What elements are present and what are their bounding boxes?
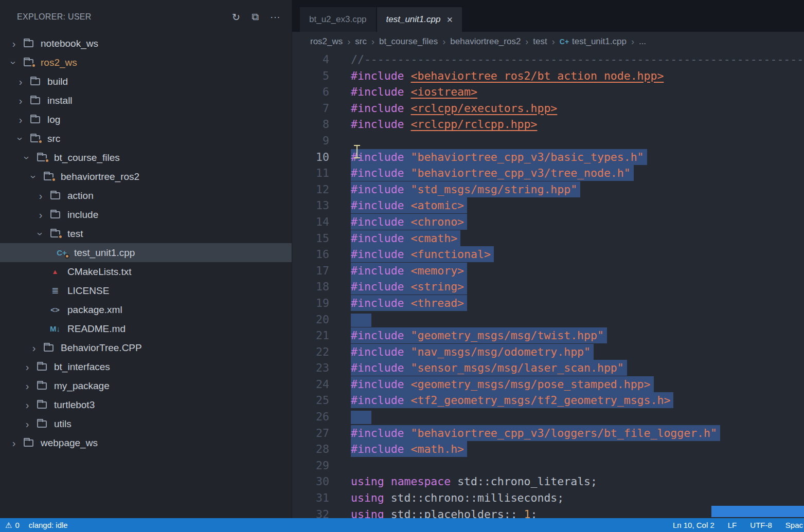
tree-item-LICENSE[interactable]: ≣LICENSE — [0, 281, 292, 300]
tree-item-CMakeLists.txt[interactable]: ▲CMakeLists.txt — [0, 262, 292, 281]
tree-item-label: src — [47, 133, 60, 144]
code-line-11[interactable]: 11#include "behaviortree_cpp_v3/tree_nod… — [292, 165, 804, 181]
breadcrumb-label: test_unit1.cpp — [572, 36, 627, 47]
line-number: 16 — [292, 246, 329, 263]
tree-item-webpage_ws[interactable]: ›webpage_ws — [0, 433, 292, 452]
code-line-26[interactable]: 26 — [292, 409, 804, 425]
tree-item-bt_course_files[interactable]: ›bt_course_files — [0, 148, 292, 167]
code-line-13[interactable]: 13#include <atomic> — [292, 197, 804, 214]
tab-test_unit1.cpp[interactable]: test_unit1.cpp× — [377, 7, 462, 32]
status-clangd-status[interactable]: clangd: idle — [29, 521, 68, 529]
code-line-28[interactable]: 28#include <math.h> — [292, 441, 804, 457]
status-encoding-indicator[interactable]: UTF-8 — [750, 521, 772, 529]
refresh-icon[interactable]: ↻ — [232, 11, 240, 23]
split-editor-icon[interactable]: ⧉ — [252, 11, 259, 23]
folder-icon — [27, 135, 43, 142]
code-line-15[interactable]: 15#include <cmath> — [292, 230, 804, 247]
chevron-right-icon: › — [14, 115, 27, 125]
modified-badge — [31, 63, 36, 68]
chevron-separator-icon: › — [371, 36, 374, 47]
code-line-4[interactable]: 4//-------------------------------------… — [292, 51, 804, 68]
code-line-19[interactable]: 19#include <thread> — [292, 295, 804, 311]
status-indentation-indicator[interactable]: Spac — [785, 521, 803, 529]
code-line-9[interactable]: 9 — [292, 133, 804, 149]
explorer-toolbar: ↻⧉··· — [232, 11, 280, 23]
line-number: 5 — [292, 68, 329, 84]
chevron-down-icon: › — [29, 170, 39, 184]
code-line-8[interactable]: 8#include <rclcpp/rclcpp.hpp> — [292, 116, 804, 133]
tree-item-src[interactable]: ›src — [0, 129, 292, 148]
tree-item-README.md[interactable]: M↓README.md — [0, 319, 292, 338]
tree-item-ros2_ws[interactable]: ›ros2_ws — [0, 53, 292, 72]
code-editor[interactable]: 4//-------------------------------------… — [292, 51, 804, 518]
code-line-14[interactable]: 14#include <chrono> — [292, 214, 804, 230]
tree-item-notebook_ws[interactable]: ›notebook_ws — [0, 34, 292, 53]
status-text: LF — [728, 521, 737, 529]
line-number: 14 — [292, 214, 329, 230]
breadcrumb-item-test_unit1.cpp[interactable]: C+test_unit1.cpp — [560, 36, 627, 47]
status-cursor-position[interactable]: Ln 10, Col 2 — [673, 521, 714, 529]
code-line-17[interactable]: 17#include <memory> — [292, 263, 804, 279]
modified-badge — [51, 177, 56, 182]
chevron-right-icon: › — [14, 96, 27, 106]
tree-item-behaviortree_ros2[interactable]: ›behaviortree_ros2 — [0, 167, 292, 186]
tree-item-label: behaviortree_ros2 — [61, 171, 139, 182]
breadcrumb-item-test[interactable]: test — [533, 36, 547, 47]
tree-item-label: README.md — [67, 323, 126, 335]
tree-item-label: action — [67, 190, 94, 201]
tree-item-include[interactable]: ›include — [0, 205, 292, 224]
tree-item-log[interactable]: ›log — [0, 110, 292, 129]
tree-item-label: bt_interfaces — [54, 361, 110, 373]
tree-item-install[interactable]: ›install — [0, 91, 292, 110]
status-problems[interactable]: ⚠0 — [5, 521, 20, 530]
tree-item-test[interactable]: ›test — [0, 224, 292, 243]
folder-icon — [21, 439, 36, 447]
tree-item-my_package[interactable]: ›my_package — [0, 376, 292, 395]
code-line-29[interactable]: 29 — [292, 457, 804, 474]
tab-bt_u2_ex3.cpp[interactable]: bt_u2_ex3.cpp — [300, 7, 376, 32]
code-line-7[interactable]: 7#include <rclcpp/executors.hpp> — [292, 100, 804, 117]
selection-highlight: #include "behaviortree_cpp_v3/loggers/bt… — [351, 425, 720, 441]
breadcrumb-item-bt_course_files[interactable]: bt_course_files — [379, 36, 438, 47]
code-line-25[interactable]: 25#include <tf2_geometry_msgs/tf2_geomet… — [292, 392, 804, 409]
horizontal-scrollbar-thumb[interactable] — [711, 506, 804, 517]
code-line-5[interactable]: 5#include <behaviortree_ros2/bt_action_n… — [292, 68, 804, 84]
tree-item-test_unit1.cpp[interactable]: C+test_unit1.cpp — [0, 243, 292, 262]
code-line-23[interactable]: 23#include "sensor_msgs/msg/laser_scan.h… — [292, 360, 804, 376]
code-line-10[interactable]: 10#include "behaviortree_cpp_v3/basic_ty… — [292, 149, 804, 166]
line-number: 18 — [292, 279, 329, 295]
tree-item-label: build — [47, 76, 68, 87]
modified-badge — [58, 234, 63, 239]
chevron-right-icon: › — [21, 381, 34, 391]
tree-item-package.xml[interactable]: <>package.xml — [0, 300, 292, 319]
breadcrumb-item-ros2_ws[interactable]: ros2_ws — [310, 36, 343, 47]
tree-item-utils[interactable]: ›utils — [0, 414, 292, 433]
code-line-30[interactable]: 30using namespace std::chrono_literals; — [292, 473, 804, 490]
code-line-6[interactable]: 6#include <iostream> — [292, 84, 804, 100]
tree-item-label: LICENSE — [67, 285, 109, 297]
tree-item-turtlebot3[interactable]: ›turtlebot3 — [0, 395, 292, 414]
code-line-18[interactable]: 18#include <string> — [292, 279, 804, 295]
code-line-21[interactable]: 21#include "geometry_msgs/msg/twist.hpp" — [292, 327, 804, 344]
more-actions-icon[interactable]: ··· — [270, 11, 280, 23]
code-line-31[interactable]: 31using std::chrono::milliseconds; — [292, 490, 804, 506]
code-line-12[interactable]: 12#include "std_msgs/msg/string.hpp" — [292, 181, 804, 198]
folder-icon — [21, 40, 36, 47]
status-text: 0 — [15, 521, 19, 529]
breadcrumb-item-behaviortree_ros2[interactable]: behaviortree_ros2 — [450, 36, 521, 47]
tree-item-action[interactable]: ›action — [0, 186, 292, 205]
code-line-16[interactable]: 16#include <functional> — [292, 246, 804, 263]
breadcrumb-item-...[interactable]: ... — [639, 36, 646, 47]
code-line-22[interactable]: 22#include "nav_msgs/msg/odometry.hpp" — [292, 344, 804, 360]
tree-item-bt_interfaces[interactable]: ›bt_interfaces — [0, 357, 292, 376]
tree-item-build[interactable]: ›build — [0, 72, 292, 91]
breadcrumb: ros2_ws›src›bt_course_files›behaviortree… — [292, 32, 804, 51]
tree-item-BehaviorTree.CPP[interactable]: ›BehaviorTree.CPP — [0, 338, 292, 357]
selection-highlight: #include <string> — [351, 279, 467, 295]
code-line-24[interactable]: 24#include <geometry_msgs/msg/pose_stamp… — [292, 376, 804, 393]
status-eol-indicator[interactable]: LF — [728, 521, 737, 529]
code-line-27[interactable]: 27#include "behaviortree_cpp_v3/loggers/… — [292, 425, 804, 442]
code-line-20[interactable]: 20 — [292, 311, 804, 328]
breadcrumb-item-src[interactable]: src — [355, 36, 367, 47]
close-icon[interactable]: × — [446, 14, 453, 26]
